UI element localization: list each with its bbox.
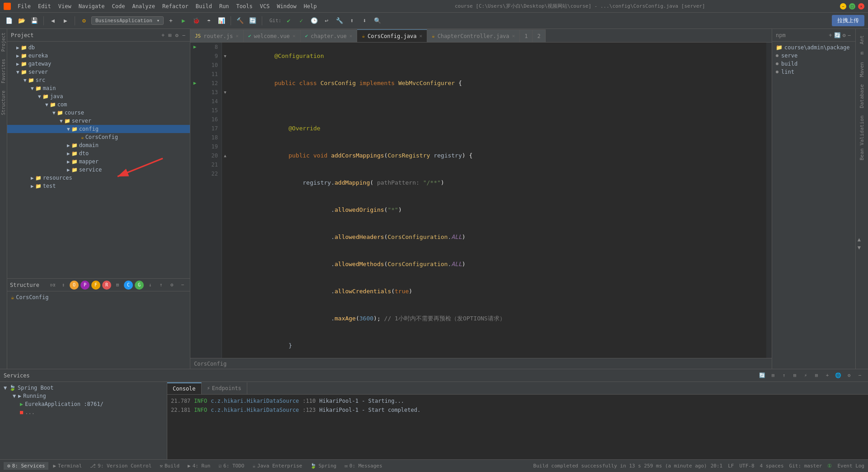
tab-chapter-vue[interactable]: ✔ chapter.vue ✕ <box>301 29 358 42</box>
struct-close[interactable]: − <box>178 281 187 290</box>
structure-item-corsconfig[interactable]: ☕ CorsConfig <box>11 293 186 301</box>
tree-item-config[interactable]: ▼ 📁 config <box>7 125 190 133</box>
tab-router-js[interactable]: JS router.js ✕ <box>190 29 244 42</box>
git-branch[interactable]: Git: master <box>789 463 822 469</box>
m-side-tab[interactable]: m <box>857 49 867 57</box>
encoding[interactable]: UTF-8 <box>739 463 754 469</box>
npm-serve-item[interactable]: serve <box>772 52 855 60</box>
reload-button[interactable]: 🔄 <box>247 15 258 26</box>
struct-filter-f[interactable]: F <box>91 281 100 290</box>
project-settings-btn[interactable]: ⚙ <box>175 31 179 39</box>
menu-view[interactable]: View <box>55 2 75 10</box>
tree-item-eureka[interactable]: ▶ 📁 eureka <box>7 52 190 60</box>
services-plus-btn[interactable]: ⊞ <box>812 371 821 380</box>
tree-item-com[interactable]: ▼ 📁 com <box>7 100 190 109</box>
svc-item-spring-boot[interactable]: ▼ 🍃 Spring Boot <box>0 384 167 392</box>
struct-filter-r[interactable]: R <box>102 281 111 290</box>
add-config-button[interactable]: + <box>165 15 176 26</box>
structure-side-tab[interactable]: Structure <box>0 89 7 117</box>
tree-item-db[interactable]: ▶ 📁 db <box>7 43 190 52</box>
struct-collapse[interactable]: ↑ <box>156 281 165 290</box>
menu-build[interactable]: Build <box>193 2 215 10</box>
git-history-button[interactable]: 🕒 <box>309 15 320 26</box>
tab-extra-2[interactable]: 2 <box>533 29 545 42</box>
status-tab-todo[interactable]: ☑ 6: TODO <box>215 462 248 470</box>
struct-sort-alpha[interactable]: ↕α <box>48 281 57 290</box>
maximize-button[interactable]: □ <box>849 3 855 10</box>
tab-close-corsconfig[interactable]: ✕ <box>419 33 422 39</box>
tab-chaptercontroller-java[interactable]: ☕ ChapterController.java ✕ <box>427 29 520 42</box>
debug-button[interactable]: 🐞 <box>191 15 202 26</box>
struct-filter-o[interactable]: O <box>70 281 79 290</box>
event-log-badge[interactable]: ① <box>827 463 832 469</box>
menu-navigate[interactable]: Navigate <box>75 2 108 10</box>
menu-file[interactable]: File <box>14 2 34 10</box>
profile-button[interactable]: 📊 <box>216 15 227 26</box>
project-side-tab[interactable]: Project <box>0 31 7 53</box>
coverage-button[interactable]: ☂ <box>203 15 214 26</box>
forward-button[interactable]: ▶ <box>60 15 71 26</box>
tree-item-server-inner[interactable]: ▼ 📁 server <box>7 117 190 125</box>
services-gear-btn[interactable]: ⚙ <box>844 371 854 380</box>
bean-validation-side-tab[interactable]: Bean Validation <box>857 113 867 163</box>
tree-item-test[interactable]: ▶ 📁 test <box>7 182 190 190</box>
npm-package-item[interactable]: 📁 course\admin\package <box>772 43 855 52</box>
status-tab-build[interactable]: ⚒ Build <box>156 462 183 470</box>
npm-settings[interactable]: ⚙ <box>842 31 847 39</box>
npm-add[interactable]: + <box>828 31 833 39</box>
status-tab-messages[interactable]: ✉ 0: Messages <box>341 462 386 470</box>
menu-refactor[interactable]: Refactor <box>159 2 192 10</box>
git-pull-button[interactable]: ⬇ <box>359 15 370 26</box>
tab-close-chaptercontroller[interactable]: ✕ <box>512 33 515 39</box>
build-project-button[interactable]: 🔨 <box>235 15 245 26</box>
struct-expand[interactable]: ↓ <box>146 281 155 290</box>
run-icon-line12[interactable]: ▶ <box>190 79 199 88</box>
services-minimize-btn[interactable]: − <box>855 371 864 380</box>
console-tab-console[interactable]: Console <box>167 382 202 394</box>
services-sort-btn[interactable]: ⊞ <box>769 371 778 380</box>
indent-setting[interactable]: 4 spaces <box>760 463 784 469</box>
npm-refresh[interactable]: 🔄 <box>833 31 842 39</box>
git-settings-button[interactable]: 🔧 <box>334 15 345 26</box>
run-config-dropdown[interactable]: BusinessApplication ▾ <box>91 16 164 25</box>
save-all-button[interactable]: 💾 <box>29 15 40 26</box>
tree-item-main[interactable]: ▼ 📁 main <box>7 84 190 92</box>
project-collapse-btn[interactable]: ⊞ <box>167 31 172 39</box>
svc-item-running[interactable]: ▼ ▶ Running <box>0 392 167 400</box>
menu-code[interactable]: Code <box>109 2 128 10</box>
run-button[interactable]: ▶ <box>178 15 189 26</box>
services-globe-btn[interactable]: 🌐 <box>834 371 843 380</box>
open-button[interactable]: 📂 <box>16 15 27 26</box>
git-check-button[interactable]: ✔ <box>283 15 294 26</box>
status-tab-terminal[interactable]: ▶ Terminal <box>49 462 85 470</box>
tree-item-java[interactable]: ▼ 📁 java <box>7 92 190 100</box>
project-close-btn[interactable]: − <box>181 31 186 39</box>
menu-help[interactable]: Help <box>301 2 320 10</box>
struct-filter-p[interactable]: P <box>80 281 90 290</box>
tree-item-service[interactable]: ▶ 📁 service <box>7 166 190 174</box>
line-sep[interactable]: LF <box>728 463 734 469</box>
tree-item-gateway[interactable]: ▶ 📁 gateway <box>7 60 190 68</box>
new-file-button[interactable]: 📄 <box>4 15 14 26</box>
fold-btn-9[interactable]: ▼ <box>222 52 228 61</box>
svc-item-eureka[interactable]: ▶ EurekaApplication :8761/ <box>0 400 167 408</box>
tree-item-src[interactable]: ▼ 📁 src <box>7 76 190 84</box>
npm-build-item[interactable]: build <box>772 60 855 68</box>
svc-item-other[interactable]: ■ ... <box>0 408 167 416</box>
tab-close-welcome[interactable]: ✕ <box>292 33 296 39</box>
run-icon-line8[interactable]: ▶ <box>190 43 199 52</box>
tree-item-server[interactable]: ▼ 📁 server <box>7 68 190 76</box>
tree-item-course[interactable]: ▼ 📁 course <box>7 109 190 117</box>
status-tab-run[interactable]: ▶ 4: Run <box>184 462 214 470</box>
status-tab-java-enterprise[interactable]: ☕ Java Enterprise <box>249 462 306 470</box>
minimize-button[interactable]: − <box>840 3 846 10</box>
status-tab-spring[interactable]: 🍃 Spring <box>307 462 340 470</box>
services-collapse-btn[interactable]: ↑ <box>779 371 788 380</box>
close-button[interactable]: ✕ <box>858 3 864 10</box>
maven-side-tab[interactable]: Maven <box>857 59 867 80</box>
database-side-tab[interactable]: Database <box>857 81 867 111</box>
tree-item-corsconfig[interactable]: ☕ CorsConfig <box>7 133 190 141</box>
ant-side-tab[interactable]: Ant <box>857 33 867 47</box>
struct-settings[interactable]: ⚙ <box>167 281 176 290</box>
git-push-button[interactable]: ⬆ <box>347 15 358 26</box>
